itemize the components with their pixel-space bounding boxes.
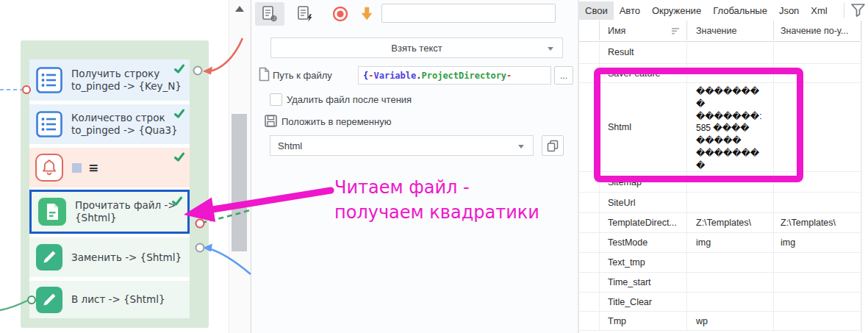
tab-globalnye[interactable]: Глобальные bbox=[707, 1, 773, 20]
file-icon bbox=[38, 198, 66, 226]
tab-xml[interactable]: Xml bbox=[805, 1, 833, 20]
doc-settings-icon bbox=[262, 5, 278, 23]
file-path-label: Путь к файлу bbox=[273, 70, 332, 81]
column-header-name[interactable]: Имя bbox=[600, 21, 687, 40]
variable-dropdown[interactable]: Shtml bbox=[270, 135, 534, 156]
list-icon bbox=[36, 111, 62, 137]
save-icon bbox=[265, 115, 277, 127]
tab-avto[interactable]: Авто bbox=[614, 1, 646, 20]
record-icon bbox=[331, 5, 349, 23]
block-label: Заменить -> {Shtml} bbox=[71, 251, 182, 264]
file-path-value[interactable]: {-Variable.ProjectDirectory- bbox=[358, 66, 551, 85]
variable-dropdown-value: Shtml bbox=[278, 140, 302, 151]
table-row-result[interactable]: Result bbox=[579, 41, 861, 64]
block-get-string[interactable]: Получить строкуto_pinged -> {Key_N} bbox=[29, 60, 190, 101]
down-arrow-icon bbox=[359, 6, 375, 22]
check-icon bbox=[174, 109, 184, 118]
chevron-down-icon bbox=[518, 145, 524, 148]
table-row-tmp[interactable]: Tmp wp bbox=[579, 312, 861, 331]
header-gutter bbox=[579, 21, 600, 40]
table-row-text-tmp[interactable]: Text_tmp bbox=[579, 253, 861, 273]
browse-button[interactable]: ... bbox=[554, 66, 573, 85]
action-type-label: Взять текст bbox=[391, 43, 442, 54]
table-row-time-start[interactable]: Time_start bbox=[579, 273, 861, 293]
app-window: Получить строкуto_pinged -> {Key_N} Коли… bbox=[0, 0, 868, 333]
status-swatch bbox=[72, 163, 82, 173]
table-row-siteurl[interactable]: SiteUrl bbox=[579, 193, 861, 213]
chevron-down-icon bbox=[548, 47, 553, 51]
action-edit-button[interactable] bbox=[290, 2, 320, 26]
tab-svoi[interactable]: Свои bbox=[579, 1, 614, 20]
action-type-dropdown[interactable]: Взять текст bbox=[270, 37, 563, 58]
block-to-list[interactable]: В лист -> {Shtml} bbox=[29, 281, 190, 318]
annotation-text-line1: Читаем файл - bbox=[334, 177, 470, 198]
action-settings-button[interactable] bbox=[255, 2, 284, 26]
extra-column-divider bbox=[861, 21, 862, 333]
block-label: Количество строкto_pinged -> {Qua3} bbox=[71, 112, 178, 137]
filter-icon[interactable] bbox=[850, 3, 866, 18]
step-down-button[interactable] bbox=[352, 2, 381, 26]
block-count-lines[interactable]: Количество строкto_pinged -> {Qua3} bbox=[29, 104, 190, 144]
table-header: Имя Значение Значение по-у... bbox=[579, 21, 861, 42]
block-read-file[interactable]: Прочитать файл ->{Shtml} bbox=[29, 190, 190, 234]
delete-after-read-label: Удалить файл после чтения bbox=[287, 94, 412, 105]
record-button[interactable] bbox=[326, 2, 355, 26]
sort-icon bbox=[672, 28, 681, 35]
bell-icon bbox=[35, 154, 63, 182]
scrollbar-thumb[interactable] bbox=[232, 114, 247, 251]
block-notification[interactable]: ≡ bbox=[29, 148, 190, 187]
check-icon bbox=[174, 64, 184, 74]
table-row-testmode[interactable]: TestMode img img bbox=[579, 233, 861, 253]
pencil-icon bbox=[36, 244, 62, 271]
column-header-default[interactable]: Значение по-у... bbox=[774, 21, 861, 40]
pencil-icon bbox=[36, 287, 62, 313]
block-label: В лист -> {Shtml} bbox=[71, 293, 165, 306]
check-icon bbox=[172, 196, 182, 206]
menu-glyph: ≡ bbox=[88, 163, 98, 173]
annotation-text-line2: получаем квадратики bbox=[334, 202, 539, 223]
put-in-variable-label: Положить в переменную bbox=[281, 116, 391, 127]
tab-okruzhenie[interactable]: Окружение bbox=[646, 1, 707, 20]
file-path-icon bbox=[259, 67, 270, 82]
list-icon bbox=[36, 67, 62, 93]
check-icon bbox=[174, 152, 184, 162]
table-row-title-clear[interactable]: Title_Clear bbox=[579, 293, 861, 312]
block-replace[interactable]: Заменить -> {Shtml} bbox=[29, 237, 190, 277]
column-header-value[interactable]: Значение bbox=[687, 21, 774, 40]
block-label: Получить строкуto_pinged -> {Key_N} bbox=[71, 68, 182, 93]
tab-json[interactable]: Json bbox=[773, 1, 805, 20]
copy-icon bbox=[547, 140, 559, 152]
delete-after-read-checkbox[interactable] bbox=[270, 93, 282, 106]
variables-tabs: Свои Авто Окружение Глобальные Json Xml bbox=[579, 0, 868, 21]
quick-search-input[interactable] bbox=[381, 4, 556, 23]
table-row-templatedirectory[interactable]: TemplateDirect... Z:\Templates\ Z:\Templ… bbox=[579, 213, 861, 233]
tabbar-separator bbox=[844, 3, 844, 18]
annotation-highlight-rect bbox=[594, 68, 803, 182]
doc-edit-icon bbox=[297, 5, 313, 23]
block-label: Прочитать файл ->{Shtml} bbox=[75, 199, 176, 224]
copy-variable-button[interactable] bbox=[542, 135, 564, 156]
scroll-up-arrow-icon[interactable] bbox=[235, 6, 244, 12]
